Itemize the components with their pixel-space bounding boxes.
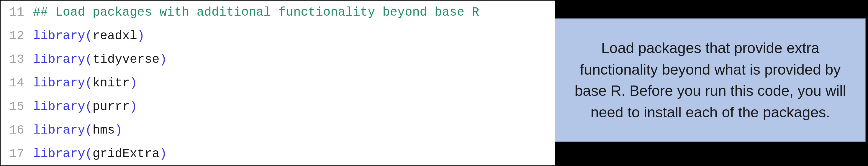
code-line-call[interactable]: library(readxl)	[33, 24, 555, 48]
line-number: 17	[1, 142, 24, 166]
line-number: 15	[1, 95, 24, 119]
open-paren: (	[85, 100, 92, 114]
line-number-gutter: 11 12 13 14 15 16 17	[1, 1, 30, 165]
callout-box: Load packages that provide extra functio…	[555, 18, 866, 142]
argument: readxl	[93, 29, 137, 43]
argument: purrr	[93, 100, 130, 114]
open-paren: (	[85, 147, 92, 161]
editor-container: 11 12 13 14 15 16 17 ## Load packages wi…	[0, 0, 868, 166]
function-name: library	[33, 76, 85, 90]
line-number: 11	[1, 1, 24, 24]
function-name: library	[33, 100, 85, 114]
code-line-call[interactable]: library(tidyverse)	[33, 48, 555, 71]
code-line-call[interactable]: library(gridExtra)	[33, 142, 555, 166]
line-number: 12	[1, 24, 24, 48]
close-paren: )	[160, 147, 167, 161]
callout-text: Load packages that provide extra functio…	[567, 37, 854, 123]
open-paren: (	[85, 29, 92, 43]
argument: knitr	[93, 76, 130, 90]
code-line-call[interactable]: library(hms)	[33, 119, 555, 142]
argument: hms	[93, 123, 115, 137]
open-paren: (	[85, 76, 92, 90]
code-line-call[interactable]: library(knitr)	[33, 71, 555, 95]
right-panel: Load packages that provide extra functio…	[555, 1, 867, 165]
close-paren: )	[160, 53, 167, 67]
argument: gridExtra	[93, 147, 160, 161]
code-area[interactable]: ## Load packages with additional functio…	[30, 1, 555, 165]
close-paren: )	[137, 29, 145, 43]
function-name: library	[33, 29, 85, 43]
function-name: library	[33, 123, 85, 137]
function-name: library	[33, 53, 85, 67]
close-paren: )	[130, 100, 137, 114]
line-number: 16	[1, 119, 24, 142]
argument: tidyverse	[93, 53, 160, 67]
comment-text: ## Load packages with additional functio…	[33, 5, 479, 20]
code-line-comment[interactable]: ## Load packages with additional functio…	[33, 1, 555, 24]
open-paren: (	[85, 53, 92, 67]
line-number: 13	[1, 48, 24, 71]
code-line-call[interactable]: library(purrr)	[33, 95, 555, 119]
line-number: 14	[1, 71, 24, 95]
open-paren: (	[85, 123, 92, 137]
close-paren: )	[130, 76, 137, 90]
close-paren: )	[115, 123, 122, 137]
function-name: library	[33, 147, 85, 161]
